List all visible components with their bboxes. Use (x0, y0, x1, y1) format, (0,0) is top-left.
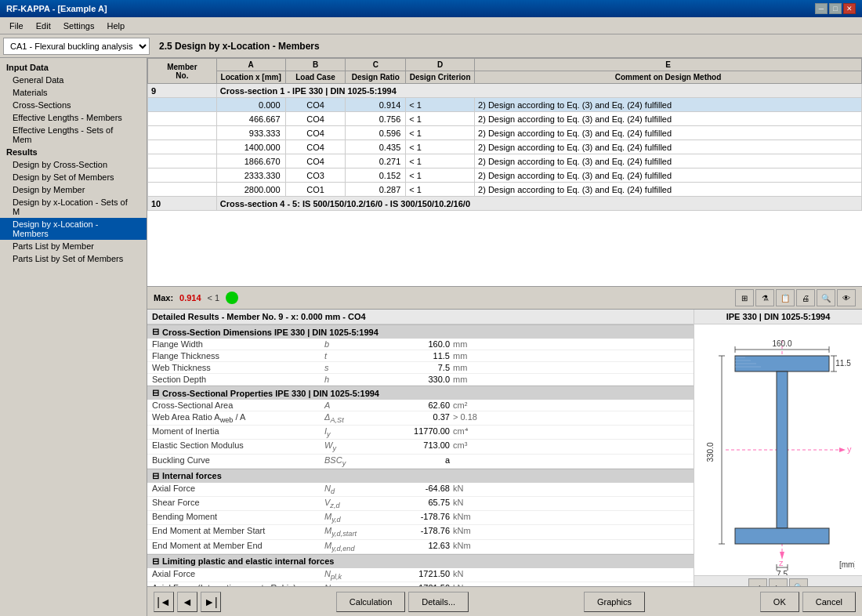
table-icon-filter[interactable]: ⚗ (755, 289, 774, 306)
collapse-icon-limiting: ⊟ (152, 556, 159, 567)
nav-next-button[interactable]: ►| (201, 592, 221, 612)
sidebar-item-eff-lengths-members[interactable]: Effective Lengths - Members (0, 111, 147, 124)
check-indicator (226, 292, 238, 304)
cell-ratio: 0.756 (346, 112, 406, 126)
analysis-dropdown[interactable]: CA1 - Flexural buckling analysis (3, 38, 150, 55)
max-check: < 1 (208, 293, 220, 303)
minimize-button[interactable]: ─ (815, 3, 828, 14)
menu-settings[interactable]: Settings (57, 20, 101, 32)
svg-text:11.5: 11.5 (835, 359, 851, 368)
title-bar: RF-KAPPA - [Example A] ─ □ ✕ (0, 0, 862, 17)
sidebar-item-design-set-members[interactable]: Design by Set of Members (0, 171, 147, 183)
collapse-icon-dimensions: ⊟ (152, 327, 159, 337)
menu-help[interactable]: Help (100, 20, 131, 32)
sidebar-item-cross-sections[interactable]: Cross-Sections (0, 99, 147, 111)
nav-prev-button[interactable]: ◄ (177, 592, 197, 612)
cell-check: < 1 (406, 112, 475, 126)
table-row[interactable]: 2800.000 CO1 0.287 < 1 2) Design accordi… (148, 183, 862, 197)
header-design-ratio: Design Ratio (346, 71, 406, 84)
table-icon-copy[interactable]: ⊞ (735, 289, 754, 306)
dr-section-dimensions[interactable]: ⊟ Cross-Section Dimensions IPE 330 | DIN… (147, 324, 694, 339)
menu-edit[interactable]: Edit (30, 20, 57, 32)
cell-load-case: CO4 (285, 98, 346, 112)
dr-row-elastic-section-modulus: Elastic Section Modulus Wy 713.00 cm³ (147, 440, 694, 454)
sidebar-item-parts-list-member[interactable]: Parts List by Member (0, 240, 147, 252)
cancel-button[interactable]: Cancel (802, 592, 856, 612)
table-icon-zoom[interactable]: 🔍 (817, 289, 835, 306)
cross-section-label-9: Cross-section 1 - IPE 330 | DIN 1025-5:1… (216, 84, 861, 98)
dr-section-internal-forces[interactable]: ⊟ Internal forces (147, 469, 694, 483)
table-icon-view[interactable]: 👁 (837, 289, 856, 306)
table-row[interactable]: 1866.670 CO4 0.271 < 1 2) Design accordi… (148, 154, 862, 168)
dr-section-limiting[interactable]: ⊟ Limiting plastic and elastic internal … (147, 554, 694, 568)
dr-section-internal-label: Internal forces (162, 471, 222, 480)
cell-check: < 1 (406, 154, 475, 168)
table-row[interactable]: 2333.330 CO3 0.152 < 1 2) Design accordi… (148, 168, 862, 183)
bottom-toolbar: |◄ ◄ ►| Calculation Details... Graphics … (147, 586, 862, 616)
collapse-icon-internal: ⊟ (152, 471, 159, 481)
dr-row-flange-width: Flange Width b 160.0 mm (147, 339, 694, 350)
cross-section-label-10: Cross-section 4 - 5: IS 500/150/10.2/16/… (216, 197, 861, 211)
table-row[interactable]: 1400.000 CO4 0.435 < 1 2) Design accordi… (148, 140, 862, 154)
window-title: RF-KAPPA - [Example A] (6, 4, 107, 13)
dr-row-bending-moment: Bending Moment My,d -178.76 kNm (147, 511, 694, 525)
cell-check: < 1 (406, 98, 475, 112)
cell-ratio: 0.596 (346, 126, 406, 140)
menu-file[interactable]: File (3, 20, 30, 32)
cell-member-no (148, 112, 217, 126)
cs-nav-right[interactable]: ► (769, 578, 788, 586)
cell-comment: 2) Design according to Eq. (3) and Eq. (… (475, 168, 862, 183)
cs-svg: 160.0 11.5 7.5 (702, 324, 855, 575)
collapse-icon-properties: ⊟ (152, 388, 159, 398)
dr-row-moment-inertia: Moment of Inertia Iy 11770.00 cm⁴ (147, 426, 694, 440)
detailed-results[interactable]: Detailed Results - Member No. 9 - x: 0.0… (147, 310, 694, 586)
cell-location: 466.667 (216, 112, 285, 126)
sidebar-item-parts-list-sets[interactable]: Parts List by Set of Members (0, 252, 147, 265)
table-row[interactable]: 0.000 CO4 0.914 < 1 2) Design according … (148, 98, 862, 112)
cell-member-no (148, 183, 217, 197)
cell-member-no (148, 98, 217, 112)
header-col-b: B (285, 59, 346, 71)
table-container[interactable]: MemberNo. A B C D E Location x [mm] Load… (147, 58, 862, 286)
table-row[interactable]: 933.333 CO4 0.596 < 1 2) Design accordin… (148, 126, 862, 140)
cell-location: 2800.000 (216, 183, 285, 197)
graphics-button[interactable]: Graphics (584, 592, 645, 612)
dr-row-axial-force-pl: Axial Force Npl,k 1721.50 kN (147, 568, 694, 582)
table-icon-export[interactable]: 📋 (776, 289, 795, 306)
nav-first-button[interactable]: |◄ (154, 592, 174, 612)
content-area: MemberNo. A B C D E Location x [mm] Load… (147, 58, 862, 616)
header-col-d: D (406, 59, 475, 71)
sidebar-item-materials[interactable]: Materials (0, 86, 147, 99)
table-row[interactable]: 466.667 CO4 0.756 < 1 2) Design accordin… (148, 112, 862, 126)
cell-location: 0.000 (216, 98, 285, 112)
sidebar-item-design-x-sets[interactable]: Design by x-Location - Sets of M (0, 196, 147, 218)
sidebar-item-design-member[interactable]: Design by Member (0, 183, 147, 196)
ok-button[interactable]: OK (760, 592, 799, 612)
cell-check: < 1 (406, 168, 475, 183)
svg-rect-10 (777, 371, 788, 528)
cell-ratio: 0.271 (346, 154, 406, 168)
cs-zoom[interactable]: 🔍 (789, 578, 808, 586)
sidebar-item-design-cross-section[interactable]: Design by Cross-Section (0, 158, 147, 171)
sidebar-item-eff-lengths-sets[interactable]: Effective Lengths - Sets of Mem (0, 124, 147, 146)
cell-location: 2333.330 (216, 168, 285, 183)
maximize-button[interactable]: □ (829, 3, 842, 14)
sidebar-item-design-x-members[interactable]: Design by x-Location - Members (0, 218, 147, 240)
header-col-e: E (475, 59, 862, 71)
cell-location: 1866.670 (216, 154, 285, 168)
dr-section-properties[interactable]: ⊟ Cross-Sectional Properties IPE 330 | D… (147, 386, 694, 400)
dr-section-dimensions-label: Cross-Section Dimensions IPE 330 | DIN 1… (162, 328, 378, 337)
close-button[interactable]: ✕ (843, 3, 856, 14)
svg-text:7.5: 7.5 (777, 570, 788, 575)
table-icon-print[interactable]: 🖨 (796, 289, 815, 306)
details-button[interactable]: Details... (408, 592, 469, 612)
calculation-button[interactable]: Calculation (336, 592, 405, 612)
cell-ratio: 0.152 (346, 168, 406, 183)
cross-section-row-9: 9Cross-section 1 - IPE 330 | DIN 1025-5:… (148, 84, 862, 98)
cs-nav-left[interactable]: ◄ (748, 578, 767, 586)
cell-member-no (148, 126, 217, 140)
header-col-a: A (216, 59, 285, 71)
cell-check: < 1 (406, 126, 475, 140)
svg-text:[mm]: [mm] (839, 560, 855, 569)
sidebar-item-general-data[interactable]: General Data (0, 74, 147, 86)
